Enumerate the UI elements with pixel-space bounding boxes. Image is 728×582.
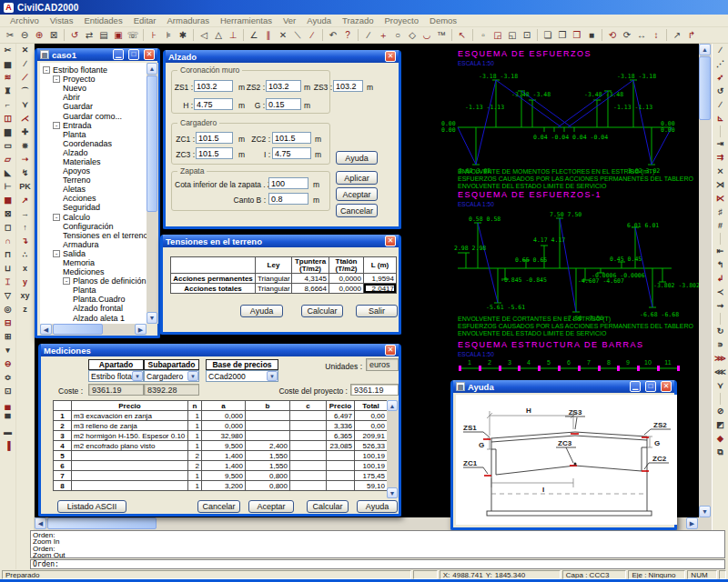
scroll-left-icon[interactable]: ◀ — [40, 324, 52, 335]
tree-item-entrada[interactable]: -Entrada — [40, 121, 147, 130]
table-cell[interactable] — [290, 411, 327, 421]
close-button[interactable]: ✕ — [385, 51, 396, 62]
table-cell[interactable] — [327, 451, 355, 461]
toolbar-icon[interactable]: ✂ — [1, 44, 15, 57]
toolbar-icon[interactable]: ▅ — [1, 57, 15, 71]
subapartado-select[interactable]: Cargadero ▼ — [144, 370, 199, 382]
toolbar-icon[interactable]: ■ — [584, 28, 599, 43]
tree-hscroll-thumb[interactable] — [53, 324, 103, 335]
tree-window-titlebar[interactable]: ▤ caso1 ▁ □ ✕ — [37, 48, 157, 61]
toolbar-icon[interactable]: ∕ — [305, 28, 319, 43]
toolbar-icon[interactable]: ⊡ — [520, 28, 534, 43]
command-history[interactable]: Orden:Zoom InOrden:Zoom Out — [30, 530, 725, 558]
toolbar-icon[interactable]: ✕ — [276, 28, 290, 43]
table-cell[interactable]: 5 — [54, 451, 72, 461]
table-cell[interactable] — [246, 421, 290, 431]
table-cell[interactable]: Triangular — [256, 284, 292, 294]
toolbar-icon[interactable]: ⊡ — [1, 385, 15, 398]
table-cell[interactable]: Acciones totales — [171, 284, 256, 294]
tree-expand-box[interactable]: - — [43, 66, 50, 74]
table-cell[interactable] — [290, 451, 327, 461]
g-field[interactable] — [266, 98, 301, 110]
ayuda-titlebar[interactable]: ▤ Ayuda ▁ □ ✕ — [453, 380, 674, 393]
base-precios-select[interactable]: CCad2000 ▼ — [206, 370, 278, 382]
tree-item-planta[interactable]: Planta — [40, 130, 147, 139]
table-cell[interactable]: 6 — [54, 461, 72, 471]
toolbar-icon[interactable]: ⧉ — [713, 446, 728, 459]
tree-item-label[interactable]: Entrada — [63, 121, 92, 130]
table-cell[interactable]: 0,800 — [246, 481, 290, 491]
toolbar-icon[interactable]: ⊾ — [713, 112, 728, 125]
table-cell[interactable]: 1,400 — [202, 461, 246, 471]
table-cell[interactable]: 0,00 — [355, 421, 388, 431]
toolbar-icon[interactable]: ∕ — [713, 44, 728, 57]
tree-item-label[interactable]: Acciones — [63, 194, 96, 203]
table-cell[interactable]: 9,500 — [202, 441, 246, 451]
menu-item[interactable]: Ayuda — [302, 15, 336, 25]
toolbar-icon[interactable]: ↴ — [18, 235, 33, 248]
table-cell[interactable]: 0,000 — [202, 421, 246, 431]
table-cell[interactable]: 1 — [188, 411, 202, 421]
tree-item-planta[interactable]: Planta — [40, 286, 147, 295]
toolbar-icon[interactable]: ＋ — [376, 28, 390, 43]
menu-item[interactable]: Armaduras — [162, 15, 213, 25]
table-row[interactable]: 813,2000,80059,10 — [54, 481, 388, 491]
tree-item-label[interactable]: Alzado — [63, 148, 88, 157]
toolbar-icon[interactable]: ▤ — [96, 28, 111, 43]
toolbar-icon[interactable]: ↯ — [18, 166, 33, 180]
table-row[interactable]: 2m3 relleno de zanja10,0003,3360,00 — [54, 421, 388, 431]
tree-item-label[interactable]: Aletas — [63, 185, 86, 194]
toolbar-icon[interactable]: ❒ — [570, 28, 584, 43]
tree-item-label[interactable]: Alzado frontal — [73, 304, 123, 313]
zs3-field[interactable] — [333, 80, 363, 92]
toolbar-icon[interactable]: ⋎ — [713, 379, 728, 393]
tree-item-label[interactable]: Nuevo — [63, 84, 86, 93]
table-cell[interactable]: m3 excavación en zanja — [72, 411, 188, 421]
toolbar-icon[interactable]: ⨯ — [713, 165, 728, 178]
tree-item-label[interactable]: Planta.Cuadro — [73, 295, 126, 304]
minimize-button[interactable]: ▁ — [113, 49, 124, 60]
toolbar-icon[interactable]: ↺ — [67, 28, 82, 43]
toolbar-icon[interactable]: ➶ — [713, 71, 728, 85]
menu-item[interactable]: Ver — [278, 15, 300, 25]
toolbar-icon[interactable]: ∩ — [1, 235, 15, 248]
table-cell[interactable]: Acciones permanentes — [171, 274, 256, 284]
table-row[interactable]: 1m3 excavación en zanja10,0006,4970,00 — [54, 411, 388, 421]
tree-item-guardar[interactable]: Guardar — [40, 102, 147, 111]
table-cell[interactable]: 1 — [188, 471, 202, 481]
toolbar-icon[interactable]: ◩ — [713, 418, 728, 432]
toolbar-icon[interactable]: ⋰ — [713, 57, 728, 71]
toolbar-icon[interactable]: ❏ — [541, 28, 555, 43]
chevron-down-icon[interactable]: ▼ — [132, 371, 143, 381]
table-cell[interactable]: 0,0000 — [329, 284, 364, 294]
tree-item-coordenadas[interactable]: Coordenadas — [40, 139, 147, 148]
toolbar-icon[interactable]: ≺ — [713, 286, 728, 299]
toolbar-icon[interactable]: ◆ — [713, 432, 728, 446]
toolbar-icon[interactable]: ⊟ — [1, 316, 15, 330]
tree-item-label[interactable]: Terreno — [63, 176, 91, 185]
table-cell[interactable]: 2 — [54, 421, 72, 431]
toolbar-icon[interactable]: ◫ — [1, 112, 15, 125]
tree-item-label[interactable]: Armadura — [63, 240, 99, 249]
toolbar-icon[interactable]: ⟋ — [18, 71, 33, 85]
table-cell[interactable]: 1 — [188, 481, 202, 491]
tree-item-label[interactable]: Coordenadas — [63, 139, 112, 148]
tree-item-apoyos[interactable]: Apoyos — [40, 166, 147, 176]
toolbar-icon[interactable]: ∠ — [247, 28, 261, 43]
scroll-up-icon[interactable]: ▲ — [147, 63, 157, 75]
table-cell[interactable] — [72, 451, 188, 461]
tree-vscrollbar[interactable]: ▲ ▼ — [147, 63, 158, 324]
toolbar-icon[interactable]: ⊓ — [1, 248, 15, 262]
scroll-right-icon[interactable]: ▶ — [135, 324, 147, 335]
tree-item-label[interactable]: Planos de definición geomé — [73, 276, 147, 286]
chevron-down-icon[interactable]: ▼ — [267, 371, 278, 381]
table-cell[interactable]: 3,200 — [202, 481, 246, 491]
tree-item-terreno[interactable]: Terreno — [40, 176, 147, 185]
menu-item[interactable]: Vistas — [46, 15, 78, 25]
canto-b-field[interactable] — [268, 193, 308, 205]
tree-vscroll-thumb[interactable] — [147, 75, 157, 212]
toolbar-icon[interactable]: ∕ — [361, 28, 376, 43]
tree-item-calculo[interactable]: -Calculo — [40, 213, 147, 222]
maximize-button[interactable]: □ — [645, 381, 656, 392]
toolbar-icon[interactable]: ⇝ — [713, 299, 728, 313]
